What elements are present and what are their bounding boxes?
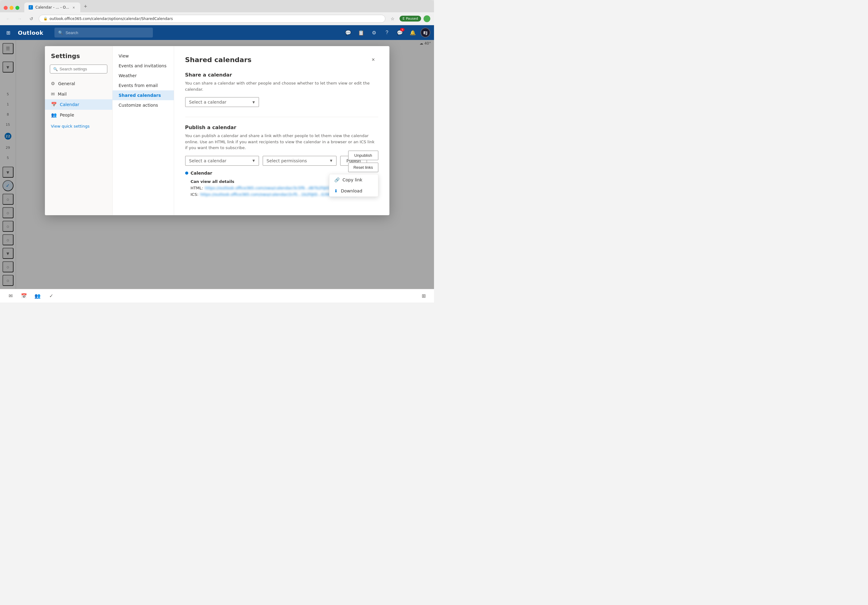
permissions-placeholder: Select permissions [267, 158, 307, 163]
close-dialog-btn[interactable]: × [369, 55, 378, 65]
context-menu: 🔗 Copy link ⬇ Download [329, 174, 378, 197]
bookmark-btn[interactable]: ☆ [389, 14, 397, 23]
settings-btn[interactable]: ⚙ [369, 27, 379, 38]
share-calendar-placeholder: Select a calendar [189, 100, 227, 105]
subnav-shared-calendars[interactable]: Shared calendars [113, 90, 174, 100]
share-description: You can share a calendar with other peop… [185, 80, 378, 92]
taskbar-mail-btn[interactable]: ✉ [5, 291, 16, 302]
main-content: ☰ ▼ 5 1 8 15 22 29 5 ▼ ✓ ○ ○ ○ [0, 40, 434, 289]
view-quick-settings-link[interactable]: View quick settings [45, 121, 112, 131]
outlook-header: ⊞ Outlook 🔍 💬 📋 ⚙ ? 💬 3 🔔 EJ [0, 25, 434, 40]
copy-link-label: Copy link [343, 177, 363, 182]
nav-calendar-label: Calendar [60, 102, 79, 107]
nav-general-label: General [58, 81, 75, 86]
action-buttons: Unpublish Reset links [348, 151, 378, 172]
share-calendar-section: Share a calendar You can share a calenda… [185, 72, 378, 107]
settings-search-input[interactable] [60, 67, 104, 71]
taskbar-calendar-btn[interactable]: 📅 [19, 291, 29, 302]
publish-calendar-select[interactable]: Select a calendar ▼ [185, 156, 259, 166]
publish-calendar-placeholder: Select a calendar [189, 158, 227, 163]
window-controls [4, 6, 19, 10]
paused-initial: E [403, 17, 405, 21]
taskbar-right: ⊞ [418, 291, 429, 302]
modal-overlay[interactable]: Settings 🔍 ⚙ General ✉ Mail [0, 40, 434, 289]
tab-close-btn[interactable]: × [72, 5, 76, 9]
settings-sidebar-title: Settings [45, 52, 112, 65]
paused-badge[interactable]: E Paused [400, 15, 421, 22]
settings-sidebar: Settings 🔍 ⚙ General ✉ Mail [45, 46, 113, 215]
taskbar-tasks-btn[interactable]: ✓ [45, 291, 57, 302]
calendar-nav-icon: 📅 [51, 102, 57, 107]
subnav-customize[interactable]: Customize actions [113, 100, 174, 110]
outlook-logo: Outlook [18, 29, 43, 36]
url-text: outlook.office365.com/calendar/options/c… [50, 17, 381, 21]
taskbar: ✉ 📅 👥 ✓ ⊞ [0, 289, 434, 302]
nav-calendar[interactable]: 📅 Calendar [45, 99, 112, 110]
paused-label: Paused [406, 17, 418, 21]
avatar-btn[interactable]: EJ [420, 28, 430, 37]
header-search-input[interactable] [65, 31, 149, 35]
address-bar-row: ← → ↺ 🔒 outlook.office365.com/calendar/o… [0, 12, 434, 25]
nav-people[interactable]: 👥 People [45, 110, 112, 120]
extension-icon[interactable] [423, 15, 430, 22]
mail-icon: ✉ [51, 91, 55, 97]
settings-search-box[interactable]: 🔍 [50, 65, 107, 73]
share-calendar-arrow: ▼ [253, 101, 255, 104]
permissions-select[interactable]: Select permissions ▼ [263, 156, 336, 166]
header-search-icon: 🔍 [58, 31, 63, 35]
publish-calendar-arrow: ▼ [253, 159, 255, 162]
unpublish-btn[interactable]: Unpublish [348, 151, 378, 160]
close-window-btn[interactable] [4, 6, 8, 10]
maximize-window-btn[interactable] [16, 6, 19, 10]
tab-bar: C Calendar - ... - O... × + [0, 0, 434, 12]
tab-favicon-icon: C [29, 5, 33, 9]
subnav-view[interactable]: View [113, 51, 174, 61]
permissions-arrow: ▼ [330, 159, 333, 162]
search-bar[interactable]: 🔍 [54, 28, 153, 37]
taskbar-expand-btn[interactable]: ⊞ [418, 291, 429, 302]
refresh-btn[interactable]: ↺ [27, 14, 36, 23]
minimize-window-btn[interactable] [9, 6, 14, 10]
feedback-btn[interactable]: 💬 3 [395, 27, 405, 38]
settings-search-icon: 🔍 [53, 67, 58, 71]
share-title: Share a calendar [185, 72, 378, 78]
notification-badge: 3 [400, 28, 405, 31]
reset-links-btn[interactable]: Reset links [348, 162, 378, 172]
nav-general[interactable]: ⚙ General [45, 78, 112, 89]
people-nav-icon: 👥 [51, 112, 57, 118]
taskbar-people-btn[interactable]: 👥 [32, 291, 43, 302]
calendar-dot [185, 172, 188, 175]
waffle-icon[interactable]: ⊞ [4, 28, 13, 37]
html-label: HTML: [191, 186, 203, 190]
subnav-events[interactable]: Events and invitations [113, 61, 174, 71]
subnav-weather[interactable]: Weather [113, 71, 174, 80]
help-btn[interactable]: ? [382, 27, 392, 38]
settings-content: Shared calendars × Share a calendar You … [174, 46, 389, 215]
download-label: Download [341, 189, 362, 193]
chat-btn[interactable]: 💬 [343, 27, 353, 38]
bell-btn[interactable]: 🔔 [408, 27, 418, 38]
address-field[interactable]: 🔒 outlook.office365.com/calendar/options… [39, 15, 385, 23]
nav-mail[interactable]: ✉ Mail [45, 89, 112, 99]
share-calendar-select[interactable]: Select a calendar ▼ [185, 97, 259, 107]
outlook-app: ⊞ Outlook 🔍 💬 📋 ⚙ ? 💬 3 🔔 EJ [0, 25, 434, 302]
active-tab[interactable]: C Calendar - ... - O... × [24, 3, 80, 12]
lock-icon: 🔒 [43, 17, 48, 21]
header-actions: 💬 📋 ⚙ ? 💬 3 🔔 EJ [343, 27, 430, 38]
download-item[interactable]: ⬇ Download [329, 186, 378, 197]
forward-btn[interactable]: → [16, 14, 24, 23]
back-btn[interactable]: ← [4, 14, 12, 23]
new-tab-btn[interactable]: + [82, 3, 90, 10]
tab-title: Calendar - ... - O... [36, 5, 69, 9]
settings-subnav: View Events and invitations Weather Even… [113, 46, 174, 215]
html-url[interactable]: https://outlook.office365.com/owa/calend… [205, 186, 350, 190]
download-icon: ⬇ [334, 189, 338, 193]
general-icon: ⚙ [51, 81, 55, 87]
nav-people-label: People [60, 113, 74, 118]
translate-btn[interactable]: 📋 [356, 27, 366, 38]
subnav-events-email[interactable]: Events from email [113, 80, 174, 90]
publish-title: Publish a calendar [185, 124, 378, 130]
copy-link-item[interactable]: 🔗 Copy link [329, 174, 378, 186]
publish-description: You can publish a calendar and share a l… [185, 133, 378, 151]
browser-actions: ☆ E Paused [389, 14, 430, 23]
